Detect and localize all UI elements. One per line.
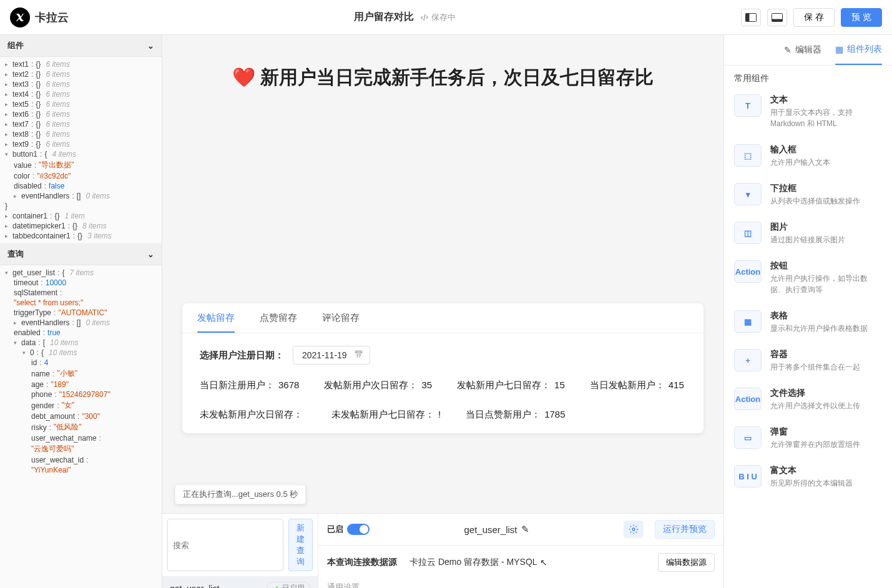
component-item[interactable]: +容器用于将多个组件集合在一起 (724, 341, 892, 380)
edit-datasource-button[interactable]: 编辑数据源 (658, 553, 715, 572)
query-name[interactable]: get_user_list ✎ (381, 524, 612, 535)
grid-icon: ▦ (835, 44, 843, 54)
stat-item: 发帖新用户次日留存：35 (324, 380, 432, 391)
logo-icon (10, 7, 30, 27)
stat-item: 当日点赞新用户：1785 (466, 409, 565, 421)
component-item[interactable]: ▾下拉框从列表中选择值或触发操作 (724, 175, 892, 214)
right-tabs: ✎ 编辑器 ▦ 组件列表 (724, 35, 892, 66)
logo[interactable]: 卡拉云 (10, 7, 69, 27)
component-icon: B I U (734, 465, 762, 488)
header: 卡拉云 用户留存对比 保存中 保 存 预 览 (0, 0, 892, 35)
tree-item[interactable]: ▸text3 : {}6 items (0, 79, 162, 89)
components-tree: ▸text1 : {}6 items▸text2 : {}6 items▸tex… (0, 57, 162, 243)
datasource-label: 本查询连接数据源 (327, 557, 397, 568)
svg-rect-3 (772, 19, 783, 21)
tree-item[interactable]: ▸text6 : {}6 items (0, 109, 162, 119)
tree-item[interactable]: ▸datetimepicker1 : {}8 items (0, 221, 162, 231)
tree-item[interactable]: ▾button1 : {4 items (0, 149, 162, 159)
run-preview-button[interactable]: 运行并预览 (655, 520, 715, 539)
edit-icon: ✎ (784, 45, 792, 55)
page-title: 用户留存对比 (354, 11, 414, 24)
enabled-toggle[interactable]: 已启 (327, 524, 370, 535)
chevron-down-icon: ⌄ (147, 41, 154, 51)
tabs-container: 发帖留存点赞留存评论留存 选择用户注册日期： 2021-11-19 当日新注册用… (182, 303, 703, 433)
preview-button[interactable]: 预 览 (841, 8, 882, 27)
component-item[interactable]: Action按钮允许用户执行操作，如导出数据、执行查询等 (724, 253, 892, 303)
general-settings-label: 通用设置 (318, 579, 723, 588)
query-panel: 新建查询 get_user_list✓已启用get_users✓已启用 已启 g… (162, 513, 723, 588)
svg-point-4 (632, 528, 635, 531)
component-item[interactable]: ▦表格显示和允许用户操作表格数据 (724, 303, 892, 341)
date-label: 选择用户注册日期： (200, 350, 284, 361)
component-icon: ▦ (734, 310, 762, 333)
components-panel-header[interactable]: 组件 ⌄ (0, 35, 162, 57)
component-icon: Action (734, 260, 762, 283)
cursor-icon: ↖ (540, 557, 547, 567)
tree-item[interactable]: ▸tabbedcontainer1 : {}3 items (0, 231, 162, 241)
tree-item[interactable]: ▸text9 : {}6 items (0, 139, 162, 149)
tree-prop[interactable]: value : "导出数据" (0, 159, 162, 171)
canvas-title: ❤️ 新用户当日完成新手任务后，次日及七日留存比 (182, 65, 703, 91)
query-search-input[interactable] (167, 519, 283, 571)
tab-0[interactable]: 发帖留存 (197, 312, 235, 333)
stat-item: 未发帖新用户七日留存：! (331, 409, 441, 421)
svg-rect-1 (746, 13, 750, 21)
tree-item[interactable]: ▸container1 : {}1 item (0, 211, 162, 221)
gear-icon[interactable] (624, 521, 644, 538)
component-icon: ⬚ (734, 144, 762, 167)
stat-item: 当日新注册用户：3678 (200, 380, 299, 391)
layout-two-col-icon[interactable] (741, 9, 761, 26)
component-icon: ◫ (734, 222, 762, 244)
tab-1[interactable]: 点赞留存 (260, 312, 297, 333)
datasource-value: 卡拉云 Demo 留存数据 - MYSQL ↖ (409, 557, 645, 568)
stat-item: 当日发帖新用户：415 (590, 380, 684, 391)
queries-tree: ▾get_user_list : {7 itemstimeout : 10000… (0, 265, 162, 588)
toggle-switch (347, 524, 370, 535)
right-sidebar: ✎ 编辑器 ▦ 组件列表 常用组件 T文本用于显示文本内容，支持 Markdow… (723, 35, 892, 588)
tree-item[interactable]: ▾get_user_list : {7 items (0, 268, 162, 278)
stat-item: 发帖新用户七日留存：15 (457, 380, 565, 391)
tree-prop[interactable]: ▸eventHandlers : []0 items (0, 191, 162, 201)
saving-status: 保存中 (420, 12, 456, 23)
component-item[interactable]: Action文件选择允许用户选择文件以便上传 (724, 380, 892, 419)
component-item[interactable]: ◫图片通过图片链接展示图片 (724, 214, 892, 253)
component-item[interactable]: B I U富文本所见即所得的文本编辑器 (724, 458, 892, 496)
date-input[interactable]: 2021-11-19 (293, 346, 370, 365)
tree-item[interactable]: ▸text5 : {}6 items (0, 99, 162, 109)
component-icon: T (734, 94, 762, 117)
query-running-toast: 正在执行查询...get_users 0.5 秒 (175, 484, 306, 504)
tree-item[interactable]: ▸text4 : {}6 items (0, 89, 162, 99)
component-item[interactable]: T文本用于显示文本内容，支持 Markdown 和 HTML (724, 87, 892, 137)
common-components-title: 常用组件 (724, 66, 892, 87)
canvas: ❤️ 新用户当日完成新手任务后，次日及七日留存比 发帖留存点赞留存评论留存 选择… (162, 35, 723, 588)
query-list-item[interactable]: get_user_list✓已启用 (162, 576, 318, 588)
component-icon: ▾ (734, 183, 762, 205)
left-sidebar: 组件 ⌄ ▸text1 : {}6 items▸text2 : {}6 item… (0, 35, 162, 588)
stat-item: 未发帖新用户次日留存： (200, 409, 306, 421)
save-button[interactable]: 保 存 (793, 8, 835, 27)
stats-grid: 当日新注册用户：3678发帖新用户次日留存：35发帖新用户七日留存：15当日发帖… (200, 380, 686, 421)
tab-editor[interactable]: ✎ 编辑器 (784, 35, 821, 65)
chevron-down-icon: ⌄ (147, 250, 154, 259)
query-list: get_user_list✓已启用get_users✓已启用 (162, 576, 318, 588)
tree-item[interactable]: ▸text1 : {}6 items (0, 59, 162, 69)
tab-component-list[interactable]: ▦ 组件列表 (835, 35, 882, 65)
new-query-button[interactable]: 新建查询 (288, 519, 313, 571)
component-icon: + (734, 349, 762, 371)
tree-item[interactable]: ▸text2 : {}6 items (0, 69, 162, 79)
tree-item[interactable]: ▸text8 : {}6 items (0, 129, 162, 139)
logo-text: 卡拉云 (35, 10, 69, 25)
component-item[interactable]: ▭弹窗允许弹窗并在内部放置组件 (724, 419, 892, 458)
queries-panel-header[interactable]: 查询 ⌄ (0, 243, 162, 265)
component-icon: ▭ (734, 426, 762, 449)
tree-prop[interactable]: disabled : false (0, 181, 162, 191)
enabled-badge: ✓已启用 (267, 582, 310, 588)
tabs-nav: 发帖留存点赞留存评论留存 (182, 303, 703, 333)
layout-full-icon[interactable] (767, 9, 787, 26)
tree-prop[interactable]: color : "#3c92dc" (0, 171, 162, 181)
component-item[interactable]: ⬚输入框允许用户输入文本 (724, 137, 892, 175)
component-icon: Action (734, 388, 762, 410)
edit-icon: ✎ (521, 524, 529, 535)
tab-2[interactable]: 评论留存 (322, 312, 360, 333)
tree-item[interactable]: ▸text7 : {}6 items (0, 119, 162, 129)
